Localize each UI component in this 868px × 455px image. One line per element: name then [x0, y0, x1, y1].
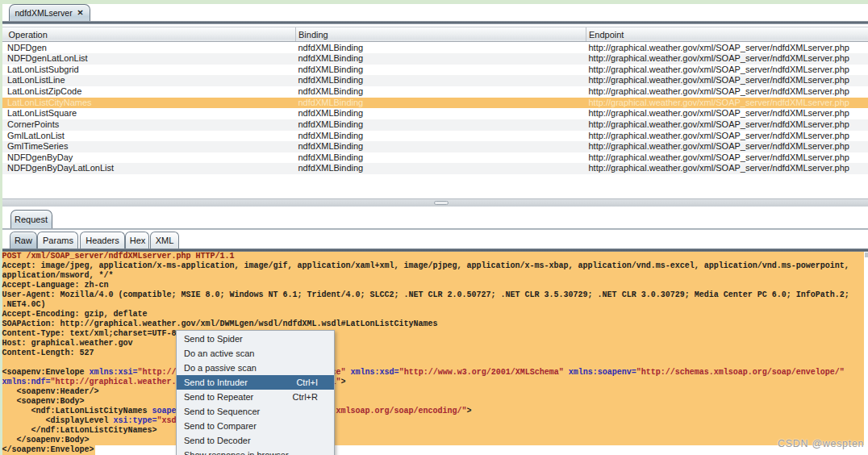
table-row-LatLonListSquare[interactable]: LatLonListSquarendfdXMLBindinghttp://gra…	[2, 108, 868, 119]
cell-operation: LatLonListCityNames	[7, 98, 92, 109]
subtab-raw[interactable]: Raw	[10, 232, 37, 248]
xml-attribute: xmlns:xsd=	[351, 368, 399, 377]
menu-item-label: Do a passive scan	[184, 363, 257, 373]
cell-operation: LatLonListSquare	[7, 108, 77, 119]
request-line-8: SOAPAction: http://graphical.weather.gov…	[2, 319, 865, 329]
cell-operation: LatLonListZipCode	[7, 86, 81, 98]
watermark: CSDN @wespten	[778, 438, 864, 449]
cell-binding: ndfdXMLBinding	[298, 119, 364, 131]
menu-item-label: Send to Comparer	[184, 421, 257, 431]
table-row-NDFDgenByDayLatLonList[interactable]: NDFDgenByDayLatLonListndfdXMLBindinghttp…	[2, 163, 868, 174]
request-line-17: <ndf:LatLonListCityNames soapenv:encodin…	[2, 407, 865, 416]
menu-item-send-to-sequencer[interactable]: Send to Sequencer	[177, 404, 334, 419]
cell-endpoint: http://graphical.weather.gov/xml/SOAP_se…	[589, 108, 849, 119]
request-line-19: </ndf:LatLonListCityNames>	[2, 426, 865, 436]
cell-binding: ndfdXMLBinding	[298, 98, 364, 109]
table-row-LatLonListCityNames[interactable]: LatLonListCityNamesndfdXMLBindinghttp://…	[2, 98, 868, 109]
screenshot-root: { "doc_tab": { "label": "ndfdXMLserver",…	[0, 0, 868, 455]
table-row-LatLonListLine[interactable]: LatLonListLinendfdXMLBindinghttp://graph…	[2, 75, 868, 86]
splitter-grip[interactable]	[434, 201, 449, 205]
tab-close-icon[interactable]: ✕	[77, 9, 84, 17]
menu-item-label: Send to Spider	[184, 334, 243, 344]
request-line-1: POST /xml/SOAP_server/ndfdXMLserver.php …	[2, 252, 865, 261]
tab-request[interactable]: Request	[10, 210, 52, 228]
plain-text: >	[341, 378, 346, 386]
plain-text: SOAPAction: http://graphical.weather.gov…	[2, 319, 438, 328]
menu-item-label: Do an active scan	[184, 349, 254, 358]
cell-operation: LatLonListSubgrid	[7, 65, 79, 76]
table-row-LatLonListSubgrid[interactable]: LatLonListSubgridndfdXMLBindinghttp://gr…	[2, 65, 868, 76]
menu-item-send-to-spider[interactable]: Send to Spider	[177, 332, 334, 346]
menu-item-shortcut: Ctrl+R	[293, 390, 318, 404]
subtab-headers[interactable]: Headers	[80, 232, 125, 248]
operations-table: NDFDgenndfdXMLBindinghttp://graphical.we…	[2, 43, 868, 175]
table-row-CornerPoints[interactable]: CornerPointsndfdXMLBindinghttp://graphic…	[2, 119, 868, 131]
menu-item-send-to-intruder[interactable]: Send to IntruderCtrl+I	[177, 375, 334, 390]
menu-item-label: Send to Decoder	[184, 436, 251, 445]
cell-endpoint: http://graphical.weather.gov/xml/SOAP_se…	[589, 119, 849, 131]
cell-endpoint: http://graphical.weather.gov/xml/SOAP_se…	[589, 86, 849, 98]
request-line-10: Host: graphical.weather.gov	[2, 339, 865, 349]
scrollbar-notch[interactable]	[865, 253, 868, 257]
table-row-GmlTimeSeries[interactable]: GmlTimeSeriesndfdXMLBindinghttp://graphi…	[2, 141, 868, 152]
tab-ndfdxmlserver[interactable]: ndfdXMLserver ✕	[9, 4, 90, 21]
menu-item-send-to-decoder[interactable]: Send to Decoder	[177, 433, 334, 448]
table-header: Operation Binding Endpoint	[2, 27, 868, 43]
cell-binding: ndfdXMLBinding	[298, 65, 364, 76]
request-line-14: xmlns:ndf="http://graphical.weather.gov/…	[2, 378, 865, 387]
table-row-NDFDgenByDay[interactable]: NDFDgenByDayndfdXMLBindinghttp://graphic…	[2, 152, 868, 164]
xml-value: "http://schemas.xmlsoap.org/soap/envelop…	[636, 368, 845, 377]
menu-item-do-an-active-scan[interactable]: Do an active scan	[177, 346, 334, 361]
cell-binding: ndfdXMLBinding	[298, 53, 364, 65]
cell-operation: NDFDgen	[7, 43, 47, 54]
request-line-18: <displayLevel xsi:type="xsd:integer">1</…	[2, 416, 865, 426]
menu-item-show-response-in-browser[interactable]: Show response in browser	[177, 448, 334, 455]
subtab-params[interactable]: Params	[37, 232, 78, 248]
cell-endpoint: http://graphical.weather.gov/xml/SOAP_se…	[589, 163, 849, 174]
column-header-operation[interactable]: Operation	[2, 27, 296, 42]
table-row-NDFDgen[interactable]: NDFDgenndfdXMLBindinghttp://graphical.we…	[2, 43, 868, 54]
plain-text: Host: graphical.weather.gov	[2, 339, 133, 348]
table-row-NDFDgenLatLonList[interactable]: NDFDgenLatLonListndfdXMLBindinghttp://gr…	[2, 53, 868, 65]
subtab-xml[interactable]: XML	[150, 232, 179, 248]
request-line-12	[2, 358, 865, 368]
xml-value: "http://www.w3.org/2001/XMLSchema"	[399, 368, 564, 377]
request-line-5: User-Agent: Mozilla/4.0 (compatible; MSI…	[2, 290, 865, 300]
menu-item-send-to-repeater[interactable]: Send to RepeaterCtrl+R	[177, 390, 334, 404]
table-row-GmlLatLonList[interactable]: GmlLatLonListndfdXMLBindinghttp://graphi…	[2, 131, 868, 142]
plain-text: User-Agent: Mozilla/4.0 (compatible; MSI…	[2, 290, 849, 299]
plain-text: Content-Type: text/xml;charset=UTF-8	[2, 329, 177, 338]
column-header-endpoint[interactable]: Endpoint	[586, 27, 868, 42]
cell-binding: ndfdXMLBinding	[298, 43, 364, 54]
menu-item-label: Show response in browser	[184, 450, 289, 455]
cell-binding: ndfdXMLBinding	[298, 75, 364, 86]
request-line-text: POST /xml/SOAP_server/ndfdXMLserver.php …	[2, 252, 235, 261]
request-line-11: Content-Length: 527	[2, 349, 865, 358]
cell-endpoint: http://graphical.weather.gov/xml/SOAP_se…	[589, 141, 849, 152]
subtab-hex[interactable]: Hex	[125, 232, 149, 248]
cell-endpoint: http://graphical.weather.gov/xml/SOAP_se…	[589, 98, 849, 109]
plain-text: </soapenv:Body>	[2, 436, 90, 445]
split-pane-divider[interactable]	[2, 198, 868, 207]
request-line-4: Accept-Language: zh-cn	[2, 281, 865, 290]
plain-text: .NET4.0C)	[2, 300, 46, 309]
table-row-LatLonListZipCode[interactable]: LatLonListZipCodendfdXMLBindinghttp://gr…	[2, 86, 868, 98]
plain-text: <soapenv:Header/>	[2, 387, 99, 396]
plain-text: </ndf:LatLonListCityNames>	[2, 426, 157, 435]
column-header-binding[interactable]: Binding	[295, 27, 586, 42]
request-line-3: application/msword, */*	[2, 271, 865, 281]
request-line-13: <soapenv:Envelope xmlns:xsi="http://www.…	[2, 368, 865, 378]
request-text-editor[interactable]: POST /xml/SOAP_server/ndfdXMLserver.php …	[2, 252, 868, 455]
plain-text: >	[467, 407, 472, 415]
menu-item-send-to-comparer[interactable]: Send to Comparer	[177, 419, 334, 433]
context-menu: Send to SpiderDo an active scanDo a pass…	[176, 330, 335, 455]
request-line-20: </soapenv:Body>	[2, 436, 865, 445]
message-editor-tabs: RawParamsHeadersHexXML	[10, 232, 179, 248]
plain-text: Accept-Encoding: gzip, deflate	[2, 310, 148, 319]
request-line-9: Content-Type: text/xml;charset=UTF-8	[2, 329, 865, 339]
tabstrip-divider	[2, 21, 868, 24]
xml-attribute: xmlns:ndf=	[2, 378, 51, 386]
editor-divider	[2, 248, 868, 252]
menu-item-do-a-passive-scan[interactable]: Do a passive scan	[177, 361, 334, 375]
cell-endpoint: http://graphical.weather.gov/xml/SOAP_se…	[589, 65, 849, 76]
